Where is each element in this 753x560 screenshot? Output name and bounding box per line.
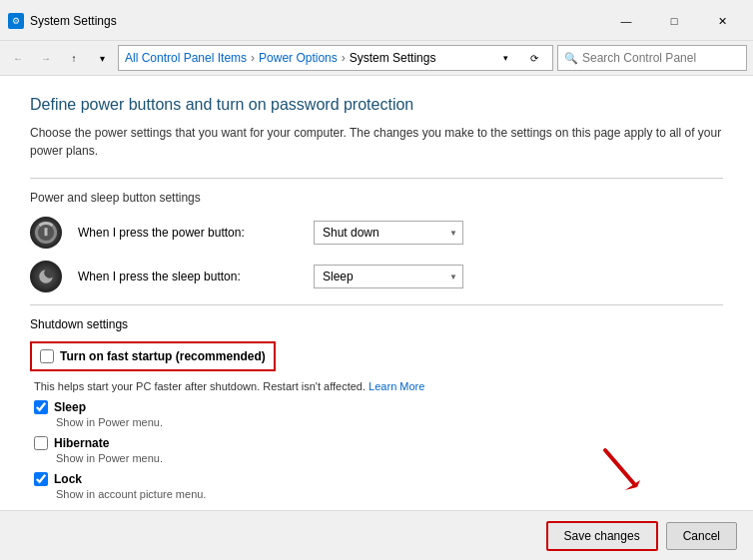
- window-controls: — □ ✕: [603, 6, 745, 36]
- minimize-button[interactable]: —: [603, 6, 649, 36]
- fast-startup-checkbox[interactable]: [40, 349, 54, 363]
- sleep-checkbox-desc: Show in Power menu.: [34, 416, 723, 428]
- window-title: System Settings: [30, 14, 117, 28]
- close-button[interactable]: ✕: [699, 6, 745, 36]
- breadcrumb-sep-1: ›: [342, 51, 346, 65]
- fast-startup-label[interactable]: Turn on fast startup (recommended): [60, 349, 266, 363]
- power-button-dropdown[interactable]: Shut down Sleep Hibernate Turn off the d…: [314, 221, 463, 245]
- power-button-dropdown-wrapper: Shut down Sleep Hibernate Turn off the d…: [314, 221, 463, 245]
- sleep-checkbox-label[interactable]: Sleep: [54, 400, 86, 414]
- power-icon: [30, 217, 62, 249]
- forward-button[interactable]: →: [34, 46, 58, 70]
- sleep-checkbox-item: Sleep Show in Power menu.: [30, 400, 723, 428]
- app-icon: ⚙: [8, 13, 24, 29]
- bottom-bar: Save changes Cancel: [0, 510, 753, 560]
- learn-more-link[interactable]: Learn More: [369, 380, 424, 392]
- search-icon: 🔍: [564, 52, 578, 65]
- breadcrumb-bar: All Control Panel Items › Power Options …: [118, 45, 553, 71]
- lock-checkbox-label[interactable]: Lock: [54, 472, 82, 486]
- refresh-button[interactable]: ⟳: [522, 46, 546, 70]
- breadcrumb-dropdown-button[interactable]: ▾: [496, 49, 514, 67]
- navigation-bar: ← → ↑ ▾ All Control Panel Items › Power …: [0, 41, 753, 76]
- breadcrumb-item-0[interactable]: All Control Panel Items: [125, 51, 247, 65]
- maximize-button[interactable]: □: [651, 6, 697, 36]
- sleep-checkbox[interactable]: [34, 400, 48, 414]
- arrow-indicator: [595, 445, 645, 502]
- search-box: 🔍: [557, 45, 747, 71]
- fast-startup-desc: This helps start your PC faster after sh…: [34, 380, 366, 392]
- page-description: Choose the power settings that you want …: [30, 124, 723, 160]
- sleep-button-dropdown[interactable]: Sleep Hibernate Shut down Turn off the d…: [314, 265, 463, 288]
- search-input[interactable]: [582, 51, 740, 65]
- title-bar: ⚙ System Settings — □ ✕: [0, 0, 753, 41]
- moon-icon: [30, 261, 62, 292]
- power-button-label: When I press the power button:: [78, 226, 298, 240]
- fast-startup-container: Turn on fast startup (recommended): [30, 341, 276, 371]
- page-title: Define power buttons and turn on passwor…: [30, 96, 723, 114]
- up-button[interactable]: ↑: [62, 46, 86, 70]
- cancel-button[interactable]: Cancel: [666, 522, 737, 550]
- hibernate-checkbox-label[interactable]: Hibernate: [54, 436, 109, 450]
- power-button-setting: When I press the power button: Shut down…: [30, 217, 723, 249]
- save-changes-button[interactable]: Save changes: [546, 521, 658, 551]
- svg-line-0: [605, 450, 635, 485]
- sleep-button-dropdown-wrapper: Sleep Hibernate Shut down Turn off the d…: [314, 265, 463, 288]
- breadcrumb-item-1[interactable]: Power Options: [259, 51, 338, 65]
- lock-checkbox[interactable]: [34, 472, 48, 486]
- sleep-button-setting: When I press the sleep button: Sleep Hib…: [30, 261, 723, 292]
- recent-button[interactable]: ▾: [90, 46, 114, 70]
- sleep-button-label: When I press the sleep button:: [78, 270, 298, 283]
- hibernate-checkbox[interactable]: [34, 436, 48, 450]
- back-button[interactable]: ←: [6, 46, 30, 70]
- shutdown-section-label: Shutdown settings: [30, 317, 723, 331]
- breadcrumb-sep-0: ›: [251, 51, 255, 65]
- power-sleep-section-label: Power and sleep button settings: [30, 191, 723, 205]
- breadcrumb-current: System Settings: [350, 51, 436, 65]
